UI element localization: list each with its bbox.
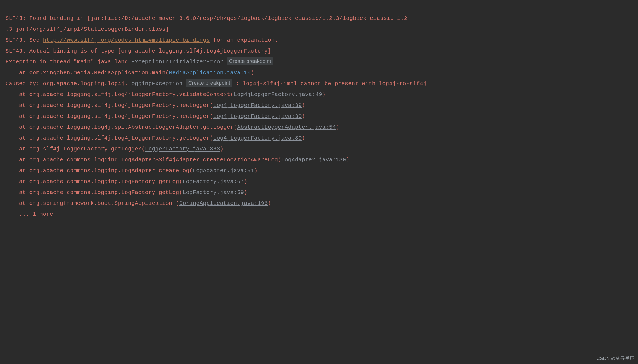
caused-by-prefix: Caused by: org.apache.logging.log4j. xyxy=(5,81,128,87)
source-link[interactable]: LoggerFactory.java:363 xyxy=(145,146,220,152)
log-line: SLF4J: Actual binding is of type [org.ap… xyxy=(5,48,271,54)
stack-frame: at org.apache.commons.logging.LogFactory… xyxy=(5,189,183,196)
source-link[interactable]: Log4jLoggerFactory.java:30 xyxy=(213,113,302,119)
stack-frame: at org.apache.logging.slf4j.Log4jLoggerF… xyxy=(5,102,213,109)
source-link[interactable]: LogFactory.java:59 xyxy=(183,189,244,196)
stack-frame: at org.slf4j.LoggerFactory.getLogger( xyxy=(5,146,145,152)
stack-frame: at com.xingchen.media.MediaApplication.m… xyxy=(5,70,169,76)
stack-frame: at org.apache.logging.slf4j.Log4jLoggerF… xyxy=(5,113,213,119)
source-link[interactable]: AbstractLoggerAdapter.java:54 xyxy=(237,124,336,130)
source-link[interactable]: Log4jLoggerFactory.java:30 xyxy=(213,135,302,141)
watermark: CSDN @林寻星辰 xyxy=(597,356,634,361)
console-output: SLF4J: Found binding in [jar:file:/D:/ap… xyxy=(0,0,638,220)
stack-frame: at org.apache.commons.logging.LogAdapter… xyxy=(5,168,193,174)
stack-frame: at org.apache.logging.slf4j.Log4jLoggerF… xyxy=(5,91,234,98)
source-link[interactable]: MediaApplication.java:10 xyxy=(169,70,251,76)
stack-more: ... 1 more xyxy=(5,211,53,217)
source-link[interactable]: LogAdapter.java:130 xyxy=(281,157,346,163)
source-link[interactable]: Log4jLoggerFactory.java:49 xyxy=(234,91,322,98)
exception-prefix: Exception in thread "main" java.lang. xyxy=(5,59,132,65)
log-suffix: for an explanation. xyxy=(210,37,278,43)
source-link[interactable]: SpringApplication.java:196 xyxy=(179,200,268,206)
exception-class-link[interactable]: LoggingException xyxy=(128,81,183,87)
stack-frame: at org.apache.commons.logging.LogAdapter… xyxy=(5,157,281,163)
create-breakpoint-button[interactable]: Create breakpoint xyxy=(227,57,273,65)
log-prefix: SLF4J: See xyxy=(5,37,43,43)
external-link[interactable]: http://www.slf4j.org/codes.html#multiple… xyxy=(43,37,210,43)
source-link[interactable]: Log4jLoggerFactory.java:39 xyxy=(213,102,302,109)
source-link[interactable]: LogAdapter.java:91 xyxy=(193,168,254,174)
stack-frame: at org.apache.logging.slf4j.Log4jLoggerF… xyxy=(5,135,213,141)
stack-frame: at org.springframework.boot.SpringApplic… xyxy=(5,200,179,206)
caused-by-message: : log4j-slf4j-impl cannot be present wit… xyxy=(232,81,427,87)
exception-class-link[interactable]: ExceptionInInitializerError xyxy=(132,59,224,65)
create-breakpoint-button[interactable]: Create breakpoint xyxy=(186,79,232,87)
log-line: SLF4J: Found binding in [jar:file:/D:/ap… xyxy=(5,15,407,32)
stack-frame: at org.apache.logging.log4j.spi.Abstract… xyxy=(5,124,237,130)
source-link[interactable]: LogFactory.java:67 xyxy=(183,178,244,185)
stack-frame: at org.apache.commons.logging.LogFactory… xyxy=(5,178,183,185)
